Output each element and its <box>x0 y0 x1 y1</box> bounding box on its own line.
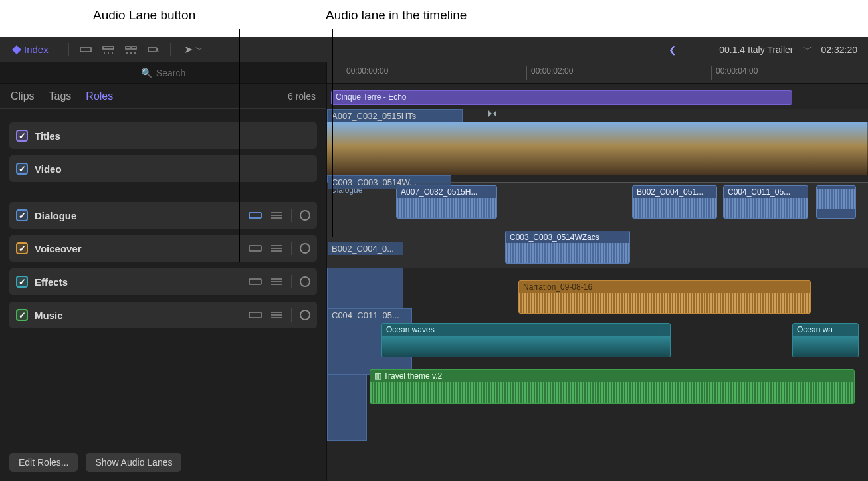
audio-lane-button[interactable] <box>249 211 262 220</box>
dialogue-clip[interactable]: C004_C011_05... <box>723 185 808 219</box>
index-tabs: Clips Tags Roles 6 roles <box>0 84 326 109</box>
ruler-tick: 00:00:04:00 <box>711 66 758 80</box>
clip-label: C004_C011_05... <box>328 309 411 322</box>
subroles-button[interactable] <box>270 310 283 320</box>
svg-rect-4 <box>148 48 156 52</box>
clip-label: ▥ Travel theme v.2 <box>370 370 854 382</box>
svg-rect-8 <box>249 312 261 318</box>
select-tool[interactable]: ➤ ﹀ <box>184 43 204 56</box>
focus-button[interactable] <box>300 243 310 254</box>
role-checkbox[interactable]: ✓ <box>16 309 28 321</box>
title-clip[interactable]: Cinque Terre - Echo <box>331 90 792 105</box>
video-clip[interactable]: B002_C004_0... <box>327 242 403 308</box>
appearance-3-icon[interactable] <box>124 43 138 56</box>
role-label: Video <box>35 163 62 175</box>
role-checkbox[interactable]: ✓ <box>16 209 28 221</box>
audio-lane-button[interactable] <box>249 277 262 286</box>
roles-count: 6 roles <box>288 91 316 102</box>
tab-clips[interactable]: Clips <box>11 90 35 102</box>
svg-rect-3 <box>132 47 136 49</box>
role-checkbox[interactable]: ✓ <box>16 163 28 175</box>
effects-clip[interactable]: Ocean wa <box>792 323 859 357</box>
timeline-toolbar: Index ➤ ﹀ ❮ 00.1.4 Italy Trailer ﹀ 02:32… <box>0 37 868 62</box>
timeline-back-button[interactable]: ❮ <box>669 45 677 55</box>
compound-clip-icon: ▥ <box>374 371 383 381</box>
index-diamond-icon <box>12 45 21 54</box>
annotation-left-label: Audio Lane button <box>93 8 195 23</box>
clip-label: B002_C004_0... <box>328 242 403 255</box>
clip-label: C003_C003_0514W... <box>328 176 451 189</box>
clip-label <box>328 375 366 378</box>
svg-rect-0 <box>80 48 91 52</box>
annotation-right-label: Audio lane in the timeline <box>326 8 467 23</box>
timeline-title-area: ❮ 00.1.4 Italy Trailer ﹀ 02:32:20 <box>669 44 857 56</box>
show-audio-lanes-button[interactable]: Show Audio Lanes <box>86 453 181 472</box>
role-checkbox[interactable]: ✓ <box>16 276 28 288</box>
timeline-canvas[interactable]: 00:00:00:0000:00:02:0000:00:04:00 Cinque… <box>327 62 868 481</box>
arrow-cursor-icon: ➤ <box>184 43 193 56</box>
subroles-button[interactable] <box>270 244 283 253</box>
clip-label: Narration_09-08-16 <box>519 281 810 293</box>
voiceover-clip[interactable]: Narration_09-08-16 <box>518 280 811 314</box>
video-track: A007_C032_0515HTs C003_C003_0514W... B00… <box>327 109 868 175</box>
dialogue-clip[interactable]: A007_C032_0515H... <box>396 185 497 219</box>
project-name[interactable]: 00.1.4 Italy Trailer <box>719 45 793 55</box>
index-button[interactable]: Index <box>7 41 55 58</box>
through-edit-icon <box>488 109 497 118</box>
role-checkbox[interactable]: ✓ <box>16 130 28 142</box>
clip-label: Ocean waves <box>382 324 670 336</box>
appearance-1-icon[interactable] <box>78 43 93 56</box>
focus-button[interactable] <box>300 210 310 221</box>
role-label: Dialogue <box>35 210 76 221</box>
search-input[interactable]: 🔍 Search <box>0 62 326 84</box>
ruler-tick: 00:00:02:00 <box>526 66 573 80</box>
role-controls <box>249 308 310 322</box>
index-sidebar: 🔍 Search Clips Tags Roles 6 roles ✓ Titl… <box>0 62 327 481</box>
dialogue-clip[interactable] <box>816 185 856 219</box>
appearance-4-icon[interactable] <box>146 43 161 56</box>
role-label: Titles <box>35 130 60 142</box>
role-row-effects[interactable]: ✓ Effects <box>9 268 317 295</box>
timeline-ruler[interactable]: 00:00:00:0000:00:02:0000:00:04:00 <box>327 62 868 84</box>
clip-label: C004_C011_05... <box>724 186 808 198</box>
music-clip[interactable]: ▥ Travel theme v.2 <box>370 369 855 404</box>
svg-rect-5 <box>249 213 261 218</box>
subroles-button[interactable] <box>270 211 283 220</box>
role-controls <box>249 209 310 222</box>
clip-label: Ocean wa <box>793 324 858 336</box>
role-row-titles[interactable]: ✓ Titles <box>9 122 317 149</box>
role-row-dialogue[interactable]: ✓ Dialogue <box>9 202 317 229</box>
audio-lane-dialogue[interactable]: Dialogue A007_C032_0515H...B002_C004_051… <box>327 182 868 268</box>
focus-button[interactable] <box>300 276 310 287</box>
role-row-music[interactable]: ✓ Music <box>9 302 317 328</box>
svg-rect-7 <box>249 279 261 284</box>
focus-button[interactable] <box>300 310 310 320</box>
clip-label: B002_C004_051... <box>633 186 716 198</box>
svg-rect-2 <box>126 47 130 49</box>
edit-roles-button[interactable]: Edit Roles... <box>9 453 78 472</box>
video-clip[interactable] <box>327 375 367 441</box>
clip-label: A007_C032_0515HTs <box>328 110 462 122</box>
search-placeholder: Search <box>156 68 185 78</box>
audio-lane-button[interactable] <box>249 244 262 253</box>
chevron-down-icon[interactable]: ﹀ <box>803 44 812 56</box>
role-row-video[interactable]: ✓ Video <box>9 155 317 182</box>
clip-label: C003_C003_0514WZacs <box>506 231 629 243</box>
effects-clip[interactable]: Ocean waves <box>381 323 671 357</box>
appearance-2-icon[interactable] <box>101 43 116 56</box>
tab-roles[interactable]: Roles <box>86 90 113 102</box>
subroles-button[interactable] <box>270 277 283 286</box>
dialogue-clip[interactable]: B002_C004_051... <box>632 185 717 219</box>
search-icon: 🔍 <box>141 68 152 78</box>
chevron-down-icon: ﹀ <box>195 44 204 56</box>
project-timecode: 02:32:20 <box>821 45 858 55</box>
role-row-voiceover[interactable]: ✓ Voiceover <box>9 235 317 262</box>
svg-rect-1 <box>103 47 114 49</box>
tab-tags[interactable]: Tags <box>49 90 72 102</box>
audio-lane-button[interactable] <box>249 310 262 320</box>
role-label: Effects <box>35 276 68 288</box>
dialogue-clip[interactable]: C003_C003_0514WZacs <box>505 231 630 264</box>
ruler-tick: 00:00:00:00 <box>342 66 388 80</box>
role-checkbox[interactable]: ✓ <box>16 242 28 254</box>
role-controls <box>249 275 310 288</box>
